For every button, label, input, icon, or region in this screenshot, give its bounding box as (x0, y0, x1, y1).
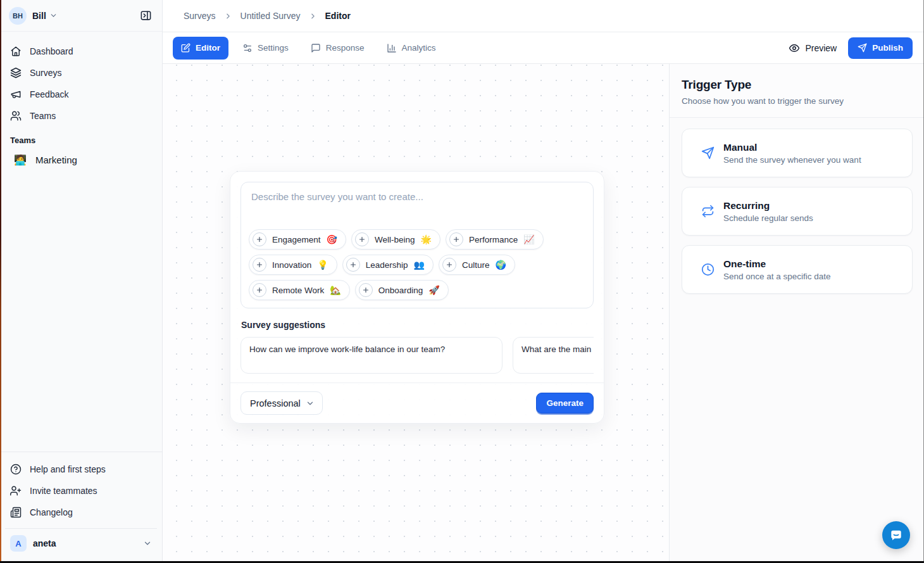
chip-emoji: 📈 (523, 234, 534, 244)
breadcrumb-survey-name[interactable]: Untitled Survey (240, 11, 301, 21)
breadcrumb-current-page: Editor (325, 11, 351, 21)
megaphone-icon (10, 89, 22, 100)
send-icon (858, 43, 867, 53)
topic-chip-onboarding[interactable]: Onboarding 🚀 (355, 280, 449, 300)
trigger-option-manual[interactable]: Manual Send the survey whenever you want (682, 129, 913, 177)
topic-chip-culture[interactable]: Culture 🌍 (439, 255, 515, 275)
sidebar-item-help[interactable]: Help and first steps (5, 459, 157, 480)
sidebar-item-feedback[interactable]: Feedback (5, 84, 157, 105)
sidebar-item-label: Invite teammates (30, 486, 97, 496)
sliders-icon (242, 43, 253, 53)
chip-label: Innovation (272, 260, 311, 270)
trigger-option-one-time[interactable]: One-time Send once at a specific date (682, 245, 913, 294)
chip-emoji: 🎯 (327, 234, 337, 244)
topic-chip-well-being[interactable]: Well-being 🌟 (351, 229, 440, 250)
chip-label: Well-being (375, 235, 415, 244)
plus-icon (253, 258, 266, 272)
topic-chip-engagement[interactable]: Engagement 🎯 (249, 229, 346, 250)
trigger-option-description: Schedule regular sends (723, 213, 813, 223)
teams-section-label: Teams (0, 127, 162, 149)
survey-prompt-input[interactable] (241, 182, 593, 229)
newspaper-icon (10, 507, 22, 518)
sidebar-item-label: Changelog (30, 507, 73, 517)
tab-label: Analytics (402, 43, 436, 53)
tab-analytics[interactable]: Analytics (378, 37, 444, 60)
publish-button[interactable]: Publish (848, 37, 913, 59)
topic-chip-leadership[interactable]: Leadership 👥 (342, 255, 434, 275)
home-icon (10, 46, 22, 57)
chevron-down-icon (143, 539, 152, 548)
chip-label: Leadership (366, 260, 408, 270)
trigger-option-description: Send the survey whenever you want (723, 155, 861, 165)
trigger-option-recurring[interactable]: Recurring Schedule regular sends (682, 187, 913, 236)
tone-select[interactable]: Professional (240, 391, 323, 415)
account-name: aneta (33, 538, 56, 548)
chip-label: Engagement (272, 235, 321, 244)
plus-icon (355, 232, 369, 246)
message-square-icon (311, 43, 321, 53)
suggestion-card[interactable]: How can we improve work-life balance in … (240, 337, 503, 374)
chip-emoji: 👥 (414, 260, 425, 270)
generate-button[interactable]: Generate (536, 393, 594, 414)
sidebar-item-surveys[interactable]: Surveys (5, 62, 157, 84)
survey-editor-canvas[interactable]: Engagement 🎯 Well-being 🌟 (163, 64, 669, 563)
sidebar-item-invite[interactable]: Invite teammates (5, 480, 157, 502)
plus-icon (449, 232, 463, 246)
tab-label: Settings (258, 43, 289, 53)
editor-tabs-bar: Editor Settings Response Analytics (163, 32, 924, 64)
sidebar-item-changelog[interactable]: Changelog (5, 502, 157, 523)
sidebar-item-team-marketing[interactable]: 🧑‍💻 Marketing (5, 149, 157, 170)
sidebar-item-label: Teams (30, 111, 56, 121)
chip-emoji: 💡 (317, 260, 328, 270)
tab-settings[interactable]: Settings (234, 37, 297, 60)
chip-label: Onboarding (378, 286, 423, 295)
trigger-option-description: Send once at a specific date (723, 272, 831, 281)
help-circle-icon (10, 464, 22, 475)
plus-icon (346, 258, 360, 272)
chip-label: Culture (462, 260, 490, 270)
repeat-icon (701, 205, 715, 218)
suggestion-card[interactable]: What are the main ob (513, 337, 594, 374)
workspace-name: Bill (32, 11, 46, 21)
suggestions-row: How can we improve work-life balance in … (240, 337, 594, 374)
layers-icon (10, 67, 22, 79)
topic-chip-performance[interactable]: Performance 📈 (446, 229, 544, 250)
sidebar-item-label: Help and first steps (30, 464, 106, 474)
topic-chip-remote-work[interactable]: Remote Work 🏡 (249, 280, 350, 300)
chevron-down-icon (49, 11, 58, 20)
user-plus-icon (10, 485, 22, 497)
chat-launcher-button[interactable] (882, 521, 910, 549)
breadcrumb: Surveys Untitled Survey Editor (163, 0, 924, 32)
workspace-switcher[interactable]: BH Bill (0, 0, 162, 32)
tab-editor[interactable]: Editor (173, 37, 228, 60)
publish-label: Publish (872, 43, 903, 53)
trigger-panel-header: Trigger Type Choose how you want to trig… (670, 64, 924, 118)
chevron-down-icon (306, 399, 315, 408)
sidebar: BH Bill Dashboard Surveys F (0, 0, 163, 563)
topic-chips: Engagement 🎯 Well-being 🌟 (241, 229, 593, 308)
tab-response[interactable]: Response (303, 37, 373, 60)
eye-icon (789, 42, 800, 54)
account-avatar: A (10, 535, 27, 552)
trigger-options: Manual Send the survey whenever you want… (670, 118, 924, 294)
plus-icon (253, 232, 266, 246)
clock-icon (701, 263, 715, 276)
trigger-option-title: Manual (723, 142, 861, 153)
topic-chip-innovation[interactable]: Innovation 💡 (249, 255, 337, 275)
breadcrumb-surveys[interactable]: Surveys (184, 11, 216, 21)
bar-chart-icon (387, 43, 397, 53)
sidebar-item-teams[interactable]: Teams (5, 105, 157, 127)
tab-label: Response (326, 43, 365, 53)
main-area: Surveys Untitled Survey Editor Editor Se… (163, 0, 924, 563)
sidebar-collapse-button[interactable] (137, 7, 154, 25)
trigger-option-title: One-time (723, 258, 831, 270)
survey-prompt-box[interactable]: Engagement 🎯 Well-being 🌟 (240, 182, 594, 308)
preview-button[interactable]: Preview (789, 42, 837, 54)
team-label: Marketing (35, 155, 77, 165)
sidebar-item-dashboard[interactable]: Dashboard (5, 41, 157, 62)
plus-icon (359, 283, 373, 297)
trigger-type-panel: Trigger Type Choose how you want to trig… (669, 64, 924, 563)
sidebar-nav: Dashboard Surveys Feedback Teams (0, 32, 162, 127)
ai-survey-generator-card: Engagement 🎯 Well-being 🌟 (230, 171, 604, 424)
account-menu[interactable]: A aneta (5, 528, 157, 554)
